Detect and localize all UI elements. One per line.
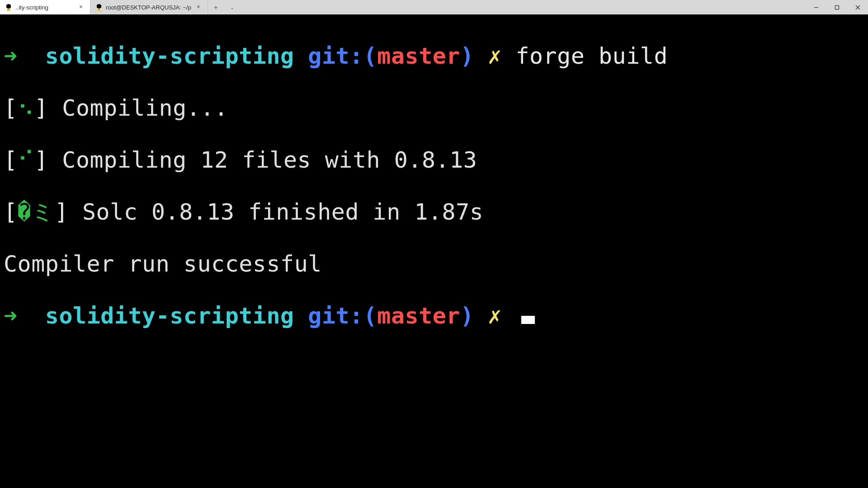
spinner-bracket: ] <box>34 95 48 121</box>
prompt-line: ➜ solidity-scripting git:(master) ✗ <box>4 303 864 329</box>
prompt-paren-open: ( <box>363 43 377 69</box>
output-text: Compiling... <box>48 95 228 121</box>
cursor-icon <box>521 316 535 324</box>
tab-title: ..ity-scripting <box>15 4 74 11</box>
spinner-bracket: ] <box>34 147 48 173</box>
output-line: [�ミ] Solc 0.8.13 finished in 1.87s <box>4 199 864 225</box>
prompt-arrow-icon: ➜ <box>4 43 18 69</box>
spinner-dots-icon: ⠊ <box>18 147 35 173</box>
close-window-button[interactable] <box>847 0 868 14</box>
spinner-bracket: [ <box>4 95 18 121</box>
prompt-arrow-icon: ➜ <box>4 303 18 329</box>
prompt-paren-open: ( <box>363 303 377 329</box>
prompt-cwd: solidity-scripting <box>45 303 294 329</box>
tab-dropdown-button[interactable]: ⌄ <box>224 0 241 14</box>
maximize-button[interactable] <box>826 0 847 14</box>
window-controls <box>806 0 868 14</box>
tabbar-buttons: ＋ ⌄ <box>208 0 241 14</box>
tab-strip: ..ity-scripting × root@DESKTOP-ARQUSJA: … <box>0 0 208 14</box>
linux-icon <box>5 4 12 10</box>
spinner-dots-icon: �ミ <box>18 199 55 225</box>
output-line: Compiler run successful <box>4 251 864 277</box>
titlebar: ..ity-scripting × root@DESKTOP-ARQUSJA: … <box>0 0 868 14</box>
terminal-viewport[interactable]: ➜ solidity-scripting git:(master) ✗ forg… <box>0 14 868 488</box>
prompt-paren-close: ) <box>460 43 474 69</box>
prompt-dirty-icon: ✗ <box>488 303 502 329</box>
prompt-paren-close: ) <box>460 303 474 329</box>
output-line: [⠢] Compiling... <box>4 95 864 122</box>
close-tab-button[interactable]: × <box>77 4 85 11</box>
prompt-git-label: git: <box>308 303 363 329</box>
output-line: [⠊] Compiling 12 files with 0.8.13 <box>4 147 864 174</box>
output-text: Compiling 12 files with 0.8.13 <box>48 147 477 173</box>
titlebar-drag-region[interactable] <box>241 0 806 14</box>
close-tab-button[interactable]: × <box>195 4 202 11</box>
prompt-dirty-icon: ✗ <box>488 43 502 69</box>
tab-inactive[interactable]: root@DESKTOP-ARQUSJA: ~/p × <box>90 0 208 14</box>
command-text: forge build <box>515 43 668 69</box>
prompt-git-label: git: <box>308 43 363 69</box>
prompt-line: ➜ solidity-scripting git:(master) ✗ forg… <box>4 43 864 70</box>
output-text: Solc 0.8.13 finished in 1.87s <box>68 199 483 225</box>
prompt-cwd: solidity-scripting <box>45 43 294 69</box>
minimize-button[interactable] <box>806 0 826 14</box>
svg-rect-1 <box>835 5 839 9</box>
linux-icon <box>96 4 102 10</box>
spinner-bracket: [ <box>4 147 18 173</box>
prompt-branch: master <box>377 303 460 329</box>
tab-title: root@DESKTOP-ARQUSJA: ~/p <box>106 4 191 11</box>
spinner-dots-icon: ⠢ <box>18 95 35 121</box>
new-tab-button[interactable]: ＋ <box>208 0 224 14</box>
spinner-bracket: [ <box>4 199 18 225</box>
tab-active[interactable]: ..ity-scripting × <box>0 0 90 14</box>
spinner-bracket: ] <box>55 199 69 225</box>
prompt-branch: master <box>377 43 460 69</box>
